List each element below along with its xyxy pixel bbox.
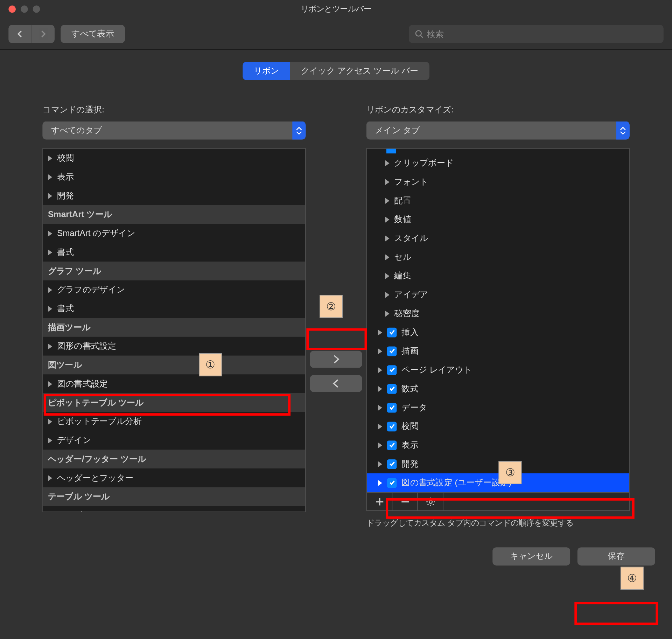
- svg-point-2: [429, 500, 432, 503]
- disclosure-triangle-icon: [378, 329, 382, 335]
- checkbox[interactable]: [387, 422, 397, 431]
- list-item[interactable]: 図の書式設定 (ユーザー設定): [367, 473, 629, 492]
- close-button[interactable]: [8, 6, 16, 13]
- list-header[interactable]: 描画ツール: [43, 318, 305, 337]
- search-box[interactable]: [409, 25, 664, 43]
- list-item[interactable]: ヘッダーとフッター: [43, 468, 305, 487]
- checkbox[interactable]: [387, 384, 397, 394]
- list-item-label: フォント: [394, 176, 428, 187]
- save-button[interactable]: 保存: [578, 547, 655, 565]
- list-item[interactable]: 校閲: [43, 149, 305, 168]
- callout-1: ①: [199, 353, 222, 376]
- list-item[interactable]: 数値: [367, 210, 629, 229]
- traffic-lights: [8, 6, 40, 13]
- disclosure-triangle-icon: [378, 480, 382, 486]
- cancel-button[interactable]: キャンセル: [492, 547, 570, 565]
- list-item[interactable]: セル: [367, 248, 629, 266]
- checkbox[interactable]: [387, 478, 397, 488]
- add-button[interactable]: [310, 350, 362, 368]
- list-item[interactable]: 配置: [367, 191, 629, 210]
- disclosure-triangle-icon: [48, 343, 52, 349]
- list-item-label: SmartArt のデザイン: [57, 228, 135, 239]
- settings-button[interactable]: [418, 493, 443, 511]
- list-header[interactable]: ピボットテーブル ツール: [43, 393, 305, 412]
- back-button[interactable]: [8, 25, 31, 43]
- list-item-label: 図ツール: [48, 360, 82, 370]
- list-item[interactable]: 編集: [367, 266, 629, 285]
- list-item[interactable]: 図の書式設定: [43, 374, 305, 393]
- forward-button[interactable]: [31, 25, 55, 43]
- list-item-label: 挿入: [401, 327, 419, 338]
- add-tab-button[interactable]: [367, 493, 392, 511]
- list-item[interactable]: 開発: [367, 454, 629, 473]
- left-dropdown[interactable]: すべてのタブ: [42, 121, 306, 140]
- plus-icon: [374, 497, 384, 507]
- list-item[interactable]: クリップボード: [367, 153, 629, 172]
- list-item[interactable]: データ: [367, 398, 629, 417]
- disclosure-triangle-icon: [385, 273, 389, 279]
- list-item[interactable]: グラフのデザイン: [43, 280, 305, 299]
- list-item[interactable]: 開発: [43, 186, 305, 205]
- right-dropdown[interactable]: メイン タブ: [366, 121, 630, 140]
- list-item-label: 校閲: [401, 421, 419, 432]
- list-item-label: 図の書式設定: [57, 378, 108, 389]
- list-item-label: アイデア: [394, 289, 428, 300]
- updown-icon: [616, 121, 630, 140]
- window-title: リボンとツールバー: [0, 4, 672, 14]
- checkbox[interactable]: [387, 403, 397, 412]
- disclosure-triangle-icon: [48, 155, 52, 161]
- list-header[interactable]: SmartArt ツール: [43, 205, 305, 224]
- remove-tab-button[interactable]: [392, 493, 418, 511]
- checkbox[interactable]: [387, 459, 397, 469]
- list-item-label: グラフ ツール: [48, 265, 101, 276]
- list-item[interactable]: フォント: [367, 172, 629, 191]
- list-item-label: 校閲: [57, 153, 74, 164]
- list-item[interactable]: スタイル: [367, 229, 629, 248]
- list-header[interactable]: 図ツール: [43, 356, 305, 375]
- list-item[interactable]: 校閲: [367, 417, 629, 436]
- list-item[interactable]: ページ レイアウト: [367, 360, 629, 379]
- content-area: リボン クイック アクセス ツール バー コマンドの選択: すべてのタブ 校閲表…: [0, 50, 672, 639]
- checkbox[interactable]: [387, 346, 397, 356]
- list-item[interactable]: 書式: [43, 243, 305, 262]
- list-header[interactable]: テーブル ツール: [43, 487, 305, 506]
- tab-ribbon[interactable]: リボン: [243, 62, 290, 80]
- search-icon: [415, 29, 423, 38]
- list-item-label: 表示: [401, 440, 419, 451]
- list-item[interactable]: 表示: [367, 436, 629, 454]
- search-input[interactable]: [427, 29, 658, 39]
- list-header[interactable]: グラフ ツール: [43, 262, 305, 280]
- list-item-label: 数値: [394, 214, 411, 225]
- list-item[interactable]: 図形の書式設定: [43, 337, 305, 356]
- maximize-button[interactable]: [33, 6, 40, 13]
- list-item[interactable]: 挿入: [367, 323, 629, 342]
- disclosure-triangle-icon: [378, 386, 382, 391]
- left-listbox[interactable]: 校閲表示開発SmartArt ツールSmartArt のデザイン書式グラフ ツー…: [42, 148, 306, 512]
- remove-button[interactable]: [310, 375, 362, 392]
- chevron-left-icon: [332, 378, 340, 388]
- minimize-button[interactable]: [21, 6, 28, 13]
- list-item[interactable]: 書式: [43, 299, 305, 318]
- list-item[interactable]: 秘密度: [367, 304, 629, 323]
- action-row: [366, 493, 630, 511]
- list-item[interactable]: テーブル: [43, 506, 305, 512]
- list-header[interactable]: ヘッダー/フッター ツール: [43, 450, 305, 468]
- disclosure-triangle-icon: [48, 174, 52, 180]
- tab-segment: リボン クイック アクセス ツール バー: [0, 62, 672, 80]
- tab-qat[interactable]: クイック アクセス ツール バー: [290, 62, 429, 80]
- checkbox[interactable]: [387, 440, 397, 450]
- list-item[interactable]: 表示: [43, 167, 305, 186]
- list-item[interactable]: ピボットテーブル分析: [43, 412, 305, 431]
- list-item[interactable]: SmartArt のデザイン: [43, 224, 305, 243]
- callout-2: ②: [320, 295, 343, 318]
- list-item[interactable]: 描画: [367, 342, 629, 361]
- checkbox[interactable]: [387, 365, 397, 375]
- right-dropdown-value: メイン タブ: [375, 125, 420, 136]
- disclosure-triangle-icon: [385, 179, 389, 185]
- list-item[interactable]: 数式: [367, 379, 629, 398]
- show-all-button[interactable]: すべて表示: [61, 25, 125, 43]
- checkbox[interactable]: [387, 327, 397, 337]
- list-item[interactable]: アイデア: [367, 285, 629, 304]
- right-listbox[interactable]: クリップボードフォント配置数値スタイルセル編集アイデア秘密度挿入描画ページ レイ…: [366, 148, 630, 493]
- list-item[interactable]: デザイン: [43, 431, 305, 450]
